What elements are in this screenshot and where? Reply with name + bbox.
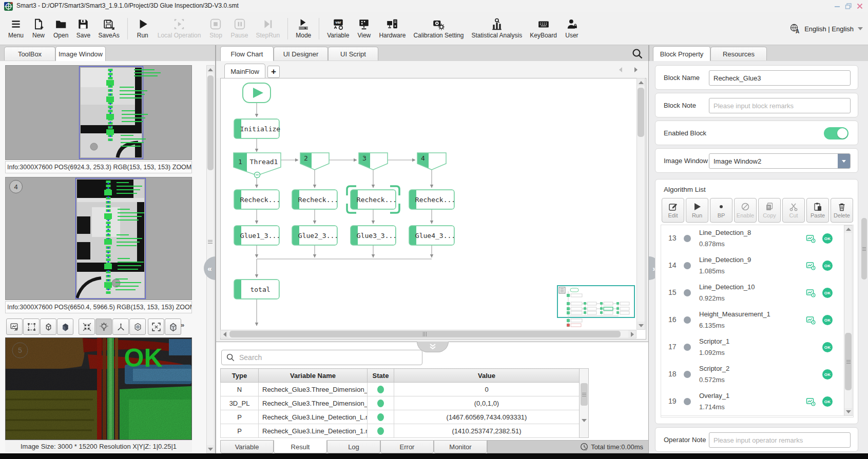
close-button[interactable] xyxy=(856,3,864,10)
col-header-value[interactable]: Value xyxy=(394,369,580,383)
table-scroll-thumb[interactable] xyxy=(581,383,588,406)
algorithm-row-16[interactable]: 16 Height_Measurement_16.135ms OK xyxy=(661,307,853,334)
algo-run-button[interactable]: Run xyxy=(686,198,708,223)
breakpoint-dot[interactable] xyxy=(684,262,691,269)
toolbar-button-save[interactable]: Save xyxy=(76,18,90,39)
algo-scroll-down-button[interactable] xyxy=(844,408,852,415)
toolbar-button-stop[interactable]: Stop xyxy=(208,18,223,39)
tab-ui-designer[interactable]: UI Designer xyxy=(274,47,328,61)
algorithm-row-15[interactable]: 15 Line_Detection_100.922ms OK xyxy=(661,280,853,307)
iconbar-overflow-button[interactable]: » xyxy=(181,321,184,329)
algo-edit-button[interactable]: Edit xyxy=(662,198,684,223)
breakpoint-dot[interactable] xyxy=(684,235,691,242)
wireframe-cube-button[interactable] xyxy=(40,318,56,335)
flow-minimap[interactable] xyxy=(557,285,635,330)
flow-node-glue-3[interactable]: Glue3_3... xyxy=(351,226,397,245)
snapshot-button[interactable] xyxy=(6,318,23,335)
toolbar-button-variable[interactable]: var Variable xyxy=(327,18,349,39)
language-selector[interactable]: A English | English xyxy=(789,12,863,45)
breakpoint-dot[interactable] xyxy=(684,371,691,378)
algorithm-row-17[interactable]: 17 Scriptor_11.092ms OK xyxy=(661,334,853,362)
canvas-scroll-right-button[interactable] xyxy=(628,330,636,338)
tab-block-property[interactable]: Block Property xyxy=(653,46,710,61)
expand-view-button[interactable] xyxy=(148,318,164,335)
toolbar-button-keyboard[interactable]: KeyBoard xyxy=(530,18,557,39)
algo-breakpoint-button[interactable]: BP xyxy=(710,198,732,223)
toolbar-button-mode[interactable]: Mode xyxy=(296,18,311,39)
algo-copy-button[interactable]: Copy xyxy=(758,198,781,223)
algorithm-row-14[interactable]: 14 Line_Detection_91.085ms OK xyxy=(661,252,853,280)
toolbar-button-statistical-analysis[interactable]: Statistical Analysis xyxy=(471,18,522,39)
cube-view-button[interactable] xyxy=(165,318,181,335)
tab-flow-chart[interactable]: Flow Chart xyxy=(220,46,274,61)
algorithm-row-13[interactable]: 13 Line_Detection_80.878ms OK xyxy=(661,225,853,253)
light-button[interactable] xyxy=(95,318,112,335)
flow-node-glue-2[interactable]: Glue2_3... xyxy=(292,226,338,245)
axes-button[interactable] xyxy=(112,318,129,335)
block-note-input[interactable] xyxy=(709,98,851,113)
left-scrollbar-up-button[interactable] xyxy=(207,66,214,73)
flow-node-recheck-1[interactable]: Recheck... xyxy=(234,190,280,209)
image-window-select[interactable]: Image Window2 xyxy=(709,153,851,169)
image-viewer-1[interactable] xyxy=(5,65,192,160)
breakpoint-dot[interactable] xyxy=(684,398,691,405)
algo-scroll-thumb[interactable] xyxy=(845,333,852,390)
algo-scroll-up-button[interactable] xyxy=(844,226,852,233)
algo-enable-button[interactable]: Enable xyxy=(734,198,757,223)
canvas-scroll-up-button[interactable] xyxy=(637,78,645,86)
operator-note-input[interactable] xyxy=(709,432,851,448)
bottom-tab-result[interactable]: Result xyxy=(274,440,327,453)
col-header-type[interactable]: Type xyxy=(221,369,259,383)
toolbar-button-local-operation[interactable]: Local Operation xyxy=(158,18,201,39)
flow-node-thread1[interactable]: 1 Thread1 xyxy=(234,153,281,178)
block-name-input[interactable] xyxy=(709,70,851,86)
variable-search[interactable] xyxy=(221,350,422,365)
table-scroll-down-button[interactable] xyxy=(582,419,587,422)
enabled-block-toggle[interactable] xyxy=(824,127,848,139)
breakpoint-dot[interactable] xyxy=(684,344,691,351)
tab-toolbox[interactable]: ToolBox xyxy=(4,47,55,61)
flow-node-start[interactable] xyxy=(243,83,271,103)
algorithm-row-19[interactable]: 19 Overlay_11.714ms OK xyxy=(661,388,853,416)
toolbar-button-steprun[interactable]: StepRun xyxy=(256,18,280,39)
flow-node-thread4[interactable]: 4 xyxy=(417,153,446,170)
flow-node-recheck-2[interactable]: Recheck... xyxy=(292,190,338,209)
col-header-state[interactable]: State xyxy=(368,369,394,383)
add-flow-button[interactable]: + xyxy=(267,66,280,78)
bottom-tab-variable[interactable]: Variable xyxy=(220,440,274,453)
tab-resources[interactable]: Resources xyxy=(710,47,767,61)
canvas-scroll-left-button[interactable] xyxy=(221,330,228,338)
toolbar-button-new[interactable]: New xyxy=(31,18,46,39)
algo-paste-button[interactable]: Paste xyxy=(806,198,829,223)
image-result-icon[interactable] xyxy=(806,315,816,325)
flow-node-recheck-3-selected[interactable]: Recheck... xyxy=(347,186,399,213)
bottom-tab-monitor[interactable]: Monitor xyxy=(434,440,487,453)
canvas-vscroll-thumb[interactable] xyxy=(638,88,644,137)
fit-view-button[interactable] xyxy=(79,318,95,335)
toolbar-button-pause[interactable]: Pause xyxy=(230,18,248,39)
restore-button[interactable] xyxy=(844,3,853,10)
sphere-cube-button[interactable] xyxy=(129,318,146,335)
image-viewer-2[interactable] xyxy=(5,177,192,300)
image-result-icon[interactable] xyxy=(806,261,816,271)
table-row[interactable]: P Recheck_Glue3.Line_Detection_1.mi... (… xyxy=(221,424,589,438)
table-row[interactable]: P Recheck_Glue3.Line_Detection_L.mi... (… xyxy=(221,410,589,424)
algo-delete-button[interactable]: Delete xyxy=(831,198,853,223)
toolbar-button-menu[interactable]: Menu xyxy=(8,18,24,39)
toolbar-button-saveas[interactable]: SaveAs xyxy=(98,18,119,39)
flow-node-glue-4[interactable]: Glue4_3... xyxy=(409,226,455,245)
tab-image-window[interactable]: Image Window xyxy=(55,46,106,61)
tab-ui-script[interactable]: UI Script xyxy=(328,47,378,61)
flow-node-thread2[interactable]: 2 xyxy=(300,153,329,170)
canvas-scroll-down-button[interactable] xyxy=(637,322,645,329)
table-row[interactable]: 3D_PL Recheck_Glue3.Three_Dimension_I...… xyxy=(221,396,589,410)
flow-node-glue-1[interactable]: Glue1_3... xyxy=(234,226,280,245)
algorithm-row-18[interactable]: 18 Scriptor_20.572ms OK xyxy=(661,361,853,389)
toolbar-button-open[interactable]: Open xyxy=(53,18,68,39)
pointcloud-viewer[interactable]: 5 OK xyxy=(5,337,192,440)
select-dropdown-button[interactable] xyxy=(838,154,850,168)
minimize-button[interactable] xyxy=(833,3,841,10)
left-scrollbar-down-button[interactable] xyxy=(207,445,214,453)
toolbar-button-view[interactable]: View xyxy=(357,18,371,39)
search-input[interactable] xyxy=(238,353,418,362)
